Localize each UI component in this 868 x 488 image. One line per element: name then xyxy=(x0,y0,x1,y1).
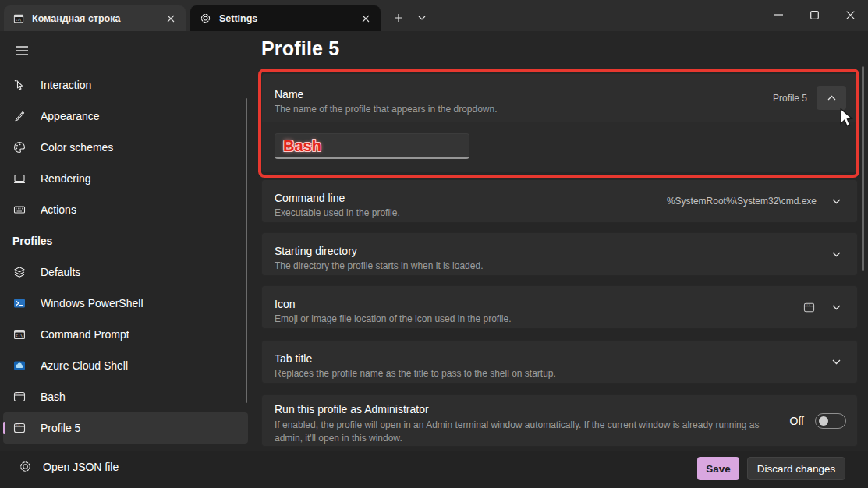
name-expanded-area: Bash xyxy=(262,122,857,172)
tab-label: Settings xyxy=(219,13,357,24)
collapse-button[interactable] xyxy=(817,86,846,110)
sidebar-item-label: Defaults xyxy=(41,266,80,278)
gear-icon xyxy=(19,460,32,473)
tab-close-icon[interactable] xyxy=(357,10,374,27)
actions-keyboard-icon xyxy=(12,203,27,217)
chevron-down-icon[interactable] xyxy=(826,244,846,264)
rendering-monitor-icon xyxy=(12,172,27,186)
sidebar-item-interaction[interactable]: Interaction xyxy=(3,69,248,101)
layers-icon xyxy=(12,265,27,279)
sidebar-item-bash[interactable]: c:\ Bash xyxy=(3,381,248,412)
discard-changes-button[interactable]: Discard changes xyxy=(747,457,845,480)
sidebar-item-label: Actions xyxy=(41,203,76,216)
setting-description: If enabled, the profile will open in an … xyxy=(275,419,772,445)
setting-description: Executable used in the profile. xyxy=(275,207,667,218)
appearance-pen-icon xyxy=(12,109,27,123)
tab-label: Командная строка xyxy=(32,13,162,24)
name-setting-card: Name The name of the profile that appear… xyxy=(261,73,858,172)
close-button[interactable] xyxy=(832,0,868,30)
command-prompt-icon: c:\ xyxy=(12,327,27,341)
sidebar-scrollbar[interactable] xyxy=(246,98,247,403)
setting-title: Tab title xyxy=(275,352,826,365)
terminal-icon: c:\ xyxy=(12,421,27,435)
sidebar-item-windows-powershell[interactable]: Windows PowerShell xyxy=(3,288,248,319)
run-as-admin-setting-card: Run this profile as Administrator If ena… xyxy=(261,394,858,447)
starting-directory-setting-card[interactable]: Starting directory The directory the pro… xyxy=(261,232,858,276)
command-line-setting-card[interactable]: Command line Executable used in the prof… xyxy=(261,179,858,223)
setting-description: Emoji or image file location of the icon… xyxy=(275,313,803,324)
toggle-knob xyxy=(819,416,828,426)
minimize-button[interactable] xyxy=(760,0,796,30)
icon-setting-card[interactable]: Icon Emoji or image file location of the… xyxy=(261,285,858,329)
terminal-icon: c:\ xyxy=(12,390,27,404)
windows-terminal-settings-window: c:\ Командная строка Settings xyxy=(0,0,868,488)
new-tab-button[interactable] xyxy=(388,8,409,28)
main-content: Profile 5 Name The name of the profile t… xyxy=(261,31,858,451)
sidebar-item-label: Interaction xyxy=(41,79,91,91)
tab-close-icon[interactable] xyxy=(162,10,179,27)
sidebar-item-command-prompt[interactable]: c:\ Command Prompt xyxy=(3,319,248,350)
hamburger-menu-button[interactable] xyxy=(11,41,33,61)
setting-title: Run this profile as Administrator xyxy=(275,403,790,416)
setting-description: The name of the profile that appears in … xyxy=(275,104,773,115)
setting-current-value: Profile 5 xyxy=(773,93,807,104)
sidebar-item-rendering[interactable]: Rendering xyxy=(3,163,248,194)
setting-description: The directory the profile starts in when… xyxy=(275,260,826,271)
svg-text:c:\: c:\ xyxy=(16,392,20,395)
svg-text:c:\: c:\ xyxy=(16,423,20,426)
sidebar-item-label: Color schemes xyxy=(41,141,113,154)
chevron-down-icon[interactable] xyxy=(826,352,846,372)
chevron-down-icon[interactable] xyxy=(826,191,846,211)
tab-dropdown-button[interactable] xyxy=(412,8,432,28)
page-title: Profile 5 xyxy=(261,37,339,60)
tab-command-prompt[interactable]: c:\ Командная строка xyxy=(4,5,186,31)
name-input-text: Bash xyxy=(283,137,321,155)
sidebar-item-label: Profile 5 xyxy=(41,422,80,434)
sidebar-item-label: Azure Cloud Shell xyxy=(41,359,128,372)
sidebar-item-actions[interactable]: Actions xyxy=(3,194,248,225)
open-json-file-label: Open JSON file xyxy=(43,461,119,473)
svg-text:c:\: c:\ xyxy=(16,17,22,21)
profiles-section-label: Profiles xyxy=(0,225,251,256)
save-button[interactable]: Save xyxy=(697,457,739,480)
setting-title: Starting directory xyxy=(275,245,826,257)
sidebar-item-label: Bash xyxy=(41,391,66,403)
chevron-down-icon[interactable] xyxy=(826,297,846,317)
sidebar-item-label: Command Prompt xyxy=(41,328,129,341)
sidebar-item-label: Appearance xyxy=(41,110,100,122)
maximize-button[interactable] xyxy=(796,0,832,30)
sidebar-item-appearance[interactable]: Appearance xyxy=(3,101,248,132)
profile-terminal-icon: c:\ xyxy=(803,302,815,313)
cmd-icon: c:\ xyxy=(13,13,24,24)
admin-toggle-switch[interactable] xyxy=(815,413,846,429)
setting-current-value: %SystemRoot%\System32\cmd.exe xyxy=(667,196,817,207)
sidebar-item-color-schemes[interactable]: Color schemes xyxy=(3,132,248,163)
mouse-cursor xyxy=(839,108,855,129)
azure-cloud-icon xyxy=(12,359,27,373)
gear-icon xyxy=(200,12,211,24)
interaction-cursor-icon xyxy=(12,78,27,92)
tab-title-setting-card[interactable]: Tab title Replaces the profile name as t… xyxy=(261,340,858,384)
bottom-bar: Open JSON file Save Discard changes xyxy=(0,451,868,488)
sidebar-item-profile-5[interactable]: c:\ Profile 5 xyxy=(3,412,248,444)
svg-text:c:\: c:\ xyxy=(806,303,810,306)
toggle-state-label: Off xyxy=(790,415,804,427)
sidebar-item-defaults[interactable]: Defaults xyxy=(3,256,248,288)
setting-description: Replaces the profile name as the title t… xyxy=(275,368,826,379)
chevron-up-icon xyxy=(827,95,836,101)
open-json-file-button[interactable]: Open JSON file xyxy=(19,460,119,473)
color-palette-icon xyxy=(12,140,27,154)
tab-settings[interactable]: Settings xyxy=(190,5,381,31)
titlebar: c:\ Командная строка Settings xyxy=(0,0,868,31)
setting-title: Command line xyxy=(275,192,667,204)
setting-title: Name xyxy=(275,88,773,101)
name-input[interactable]: Bash xyxy=(275,133,469,159)
sidebar-item-azure-cloud-shell[interactable]: Azure Cloud Shell xyxy=(3,350,248,381)
content-scrollbar[interactable] xyxy=(862,66,864,271)
powershell-icon xyxy=(12,296,27,310)
sidebar-item-label: Rendering xyxy=(41,172,91,185)
setting-title: Icon xyxy=(275,298,803,310)
name-expander-header[interactable]: Name The name of the profile that appear… xyxy=(262,74,857,122)
svg-text:c:\: c:\ xyxy=(16,333,23,338)
selected-accent-pill xyxy=(3,422,5,434)
